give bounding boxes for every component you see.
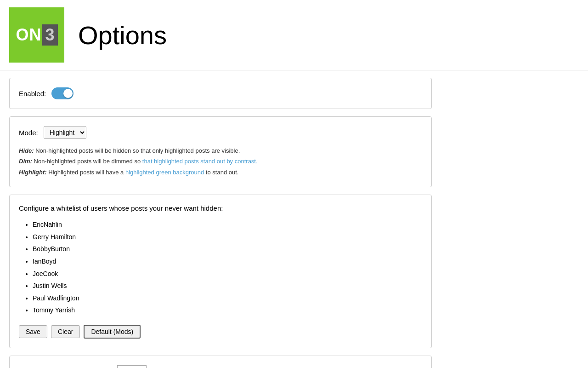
logo: ON3 [9,7,64,63]
list-item: IanBoyd [33,255,422,268]
list-item: Gerry Hamilton [33,231,422,243]
mode-desc-highlight-text2: highlighted green background [125,169,204,176]
mode-desc-highlight-text3: to stand out. [204,169,238,176]
whitelist-title: Configure a whitelist of users whose pos… [19,204,422,212]
list-item: Justin Wells [33,280,422,292]
mode-label: Mode: [19,129,38,137]
logo-3: 3 [42,24,57,46]
list-item: Tommy Yarrish [33,304,422,316]
content: Enabled: Mode: Highlight Hide Dim Hide: … [0,78,441,368]
page-title: Options [78,20,167,50]
list-item: EricNahlin [33,218,422,231]
mode-select[interactable]: Highlight Hide Dim [44,126,86,139]
reactions-input[interactable] [117,365,147,368]
whitelist-list: EricNahlin Gerry Hamilton BobbyBurton Ia… [19,218,422,316]
mode-desc-dim-highlight: that highlighted posts stand out by cont… [142,158,258,165]
logo-on: ON [16,25,41,45]
list-item: BobbyBurton [33,243,422,255]
mode-desc-dim: Dim: Non-highlighted posts will be dimme… [19,156,422,167]
reactions-section: Minimum number of reactions: [9,356,432,368]
enabled-section: Enabled: [9,78,432,109]
mode-section: Mode: Highlight Hide Dim Hide: Non-highl… [9,116,432,187]
mode-row: Mode: Highlight Hide Dim [19,126,422,139]
whitelist-section: Configure a whitelist of users whose pos… [9,195,432,348]
mode-name-highlight: Highlight: [19,169,47,176]
enabled-label: Enabled: [19,90,46,98]
clear-button[interactable]: Clear [51,325,80,338]
reactions-row: Minimum number of reactions: [19,365,422,368]
mode-desc-highlight-text1: Highlighted posts will have a [48,169,125,176]
mode-desc-hide-text: Non-highlighted posts will be hidden so … [35,147,240,154]
mode-description: Hide: Non-highlighted posts will be hidd… [19,145,422,178]
whitelist-buttons: Save Clear Default (Mods) [19,325,422,339]
default-mods-button[interactable]: Default (Mods) [84,325,141,339]
mode-desc-dim-text: Non-highlighted posts will be dimmed so [34,158,142,165]
enabled-toggle[interactable] [51,87,74,99]
header: ON3 Options [0,0,588,70]
mode-name-dim: Dim: [19,158,32,165]
mode-name-hide: Hide: [19,147,34,154]
list-item: Paul Wadlington [33,292,422,305]
list-item: JoeCook [33,268,422,280]
mode-desc-highlight: Highlight: Highlighted posts will have a… [19,167,422,178]
save-button[interactable]: Save [19,325,47,338]
logo-text: ON3 [16,24,57,46]
mode-desc-hide: Hide: Non-highlighted posts will be hidd… [19,145,422,156]
enabled-row: Enabled: [19,87,422,99]
